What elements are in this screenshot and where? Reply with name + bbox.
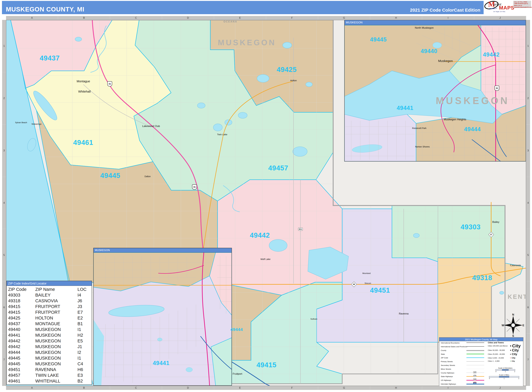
grid-letter: H — [370, 386, 422, 390]
cell-zip-code: 49318 — [7, 298, 35, 303]
grid-letter: H — [370, 16, 422, 20]
table-row: 49444 MUSKEGON I2 — [7, 350, 92, 355]
cell-loc: B1 — [78, 321, 91, 326]
grid-number: 3 — [2, 125, 6, 177]
grid-letter: J — [474, 386, 526, 390]
grid-letter: G — [318, 16, 370, 20]
county-line-icon — [467, 350, 484, 351]
zip-line-icon — [467, 357, 484, 358]
state-line-icon — [467, 353, 484, 355]
grid-letters-top: ABCDEFGHIJ — [6, 16, 526, 20]
grid-letter: D — [162, 386, 214, 390]
table-header-row: ZIP Code ZIP Name LOC — [7, 286, 92, 292]
legend-item: Interstate Highways123 — [441, 383, 488, 386]
table-row: 49457 TWIN LAKE E3 — [7, 372, 92, 378]
city-dot-icon — [510, 354, 511, 355]
grid-letter: E — [214, 16, 266, 20]
cell-zip-code: 49457 — [7, 373, 35, 378]
cell-zip-name: WHITEHALL — [35, 378, 78, 383]
grid-number: 4 — [2, 177, 6, 229]
scale-bar-icon — [495, 369, 515, 371]
city-dot-icon — [510, 345, 511, 346]
cell-loc: H2 — [78, 333, 91, 338]
table-row: 49440 MUSKEGON I1 — [7, 327, 92, 332]
cell-zip-code: 49415 — [7, 310, 35, 315]
table-row: 49451 RAVENNA H6 — [7, 367, 92, 372]
legend-panel: 2021 Muskegon County, MI Map Internation… — [439, 337, 523, 389]
legend-city-item: Cities 100,000 and AboveCity — [488, 343, 521, 348]
cell-zip-code: 49445 — [7, 356, 35, 361]
county-highway-badge: 123 — [473, 371, 476, 373]
cell-loc: J6 — [78, 298, 91, 303]
cell-zip-code: 49440 — [7, 327, 35, 332]
page-title: MUSKEGON COUNTY, MI — [2, 6, 84, 14]
cell-zip-name: TWIN LAKE — [35, 373, 78, 378]
grid-number: 6 — [2, 281, 6, 334]
cell-zip-code: 49437 — [7, 321, 35, 326]
cell-loc: I1 — [78, 356, 91, 361]
zip-index-title: ZIP Code Index/Grid Locator — [7, 281, 92, 286]
cell-zip-code: 49461 — [7, 378, 35, 383]
grid-letter: J — [474, 16, 526, 20]
cell-zip-name: MUSKEGON — [35, 327, 78, 332]
grid-number: 5 — [526, 229, 530, 281]
grid-number: 6 — [526, 281, 530, 334]
grid-letter: F — [266, 16, 318, 20]
legend-item: County — [441, 349, 488, 352]
logo-maps: MAPS — [499, 5, 514, 11]
cell-zip-name: MUSKEGON — [35, 344, 78, 349]
cell-zip-code: 49442 — [7, 344, 35, 349]
grid-letter: C — [110, 16, 162, 20]
legend-item: ZIP Code — [441, 356, 488, 359]
scale-miles: Scale in Miles 0 1 2 — [489, 374, 519, 379]
cell-zip-code: 49303 — [7, 293, 35, 298]
grid-letter: I — [422, 16, 474, 20]
cell-zip-name: BAILEY — [35, 293, 78, 298]
intl-boundary-line-icon — [467, 343, 484, 343]
col-loc: LOC — [78, 287, 91, 292]
legend-item: State — [441, 353, 488, 356]
cell-zip-name: MUSKEGON — [35, 356, 78, 361]
legend-item: Primary Streets — [441, 360, 488, 363]
cell-loc: I2 — [78, 350, 91, 355]
bear-lake — [433, 42, 442, 48]
table-row: 49442 MUSKEGON J1 — [7, 344, 92, 350]
grid-number: 7 — [2, 334, 6, 386]
legend-item: US Highways123 — [441, 379, 488, 382]
primary-street-line-icon — [467, 361, 484, 362]
cell-loc: E3 — [78, 373, 91, 378]
cell-zip-name: MUSKEGON — [35, 338, 78, 343]
secondary-street-line-icon — [467, 365, 484, 365]
table-row: 49461 WHITEHALL B2 — [7, 378, 92, 384]
grid-letter: E — [214, 386, 266, 390]
legend-item: Secondary Streets — [441, 364, 488, 367]
grid-letter: F — [266, 386, 318, 390]
grid-number: 1 — [526, 20, 530, 72]
legend-item: International States and Provinces — [441, 345, 488, 348]
grid-number: 2 — [526, 72, 530, 125]
grid-letter: A — [6, 16, 58, 20]
grid-letter: D — [162, 16, 214, 20]
table-row: 49415 FRUITPORT J3 — [7, 304, 92, 309]
table-row: 49441 MUSKEGON H2 — [7, 332, 92, 338]
marketmaps-logo: M arket MAPS On Target. On Time. CALL US… — [484, 0, 532, 15]
cell-loc: I1 — [78, 327, 91, 332]
inset-muskegon-metro — [345, 20, 526, 161]
inset1-title-bar: MUSKEGON — [345, 20, 526, 25]
grid-number: 5 — [2, 229, 6, 281]
grid-number: 3 — [526, 125, 530, 177]
table-row: 49437 MONTAGUE B1 — [7, 321, 92, 327]
cell-zip-code: 49445 — [7, 361, 35, 366]
city-dot-icon — [510, 361, 511, 361]
cell-loc: B2 — [78, 378, 91, 383]
grid-letter: A — [6, 386, 58, 390]
cell-zip-name: FRUITPORT — [35, 310, 78, 315]
title-bar: MUSKEGON COUNTY, MI 2021 ZIP Code ColorC… — [2, 1, 484, 14]
cell-loc: C4 — [78, 361, 91, 366]
cell-zip-name: FRUITPORT — [35, 304, 78, 309]
table-row: 49445 MUSKEGON I1 — [7, 355, 92, 361]
grid-number: 7 — [526, 334, 530, 386]
legend-item: County Highways123 — [441, 371, 488, 374]
grid-numbers-right: 1234567 — [526, 20, 530, 386]
cell-loc: I4 — [78, 293, 91, 298]
